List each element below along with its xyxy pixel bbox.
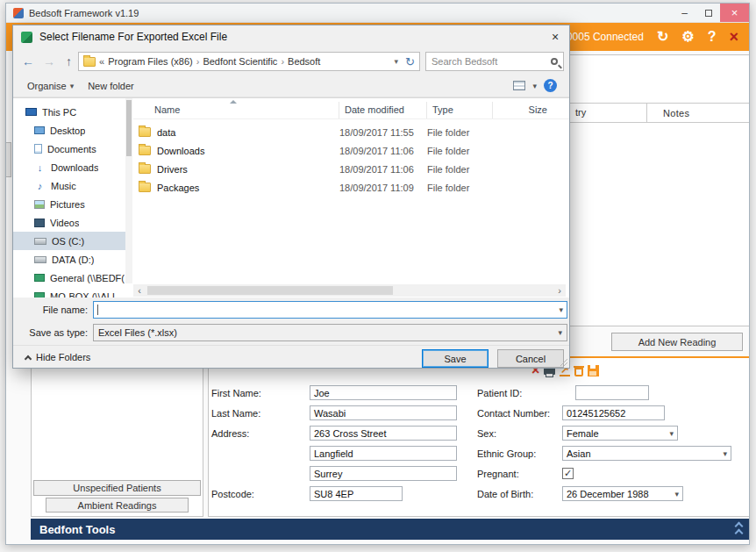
file-row[interactable]: Downloads 18/09/2017 11:06 File folder xyxy=(133,141,569,160)
scrollbar-thumb[interactable] xyxy=(126,100,132,156)
breadcrumb-program-files[interactable]: Program Files (x86) xyxy=(108,56,193,67)
sidebar-item-data-d[interactable]: DATA (D:) xyxy=(13,250,125,269)
search-input[interactable]: Search Bedsoft xyxy=(425,52,564,71)
address-bar[interactable]: « Program Files (x86) › Bedfont Scientif… xyxy=(78,52,420,71)
desktop-icon xyxy=(34,126,45,134)
close-button[interactable]: × xyxy=(720,4,749,22)
chevron-down-icon: ▾ xyxy=(558,328,562,337)
ambient-readings-button[interactable]: Ambient Readings xyxy=(46,498,189,513)
text-caret xyxy=(97,305,98,315)
column-header-date-modified[interactable]: Date modified xyxy=(339,102,427,118)
column-header-size[interactable]: Size xyxy=(493,102,554,118)
sidebar-item-this-pc[interactable]: This PC xyxy=(13,103,125,121)
maximize-button[interactable] xyxy=(696,4,720,22)
unspecified-patients-button[interactable]: Unspecified Patients xyxy=(33,480,201,496)
file-name-label: File name: xyxy=(13,305,93,315)
save-as-type-select[interactable]: Excel Files (*.xlsx) ▾ xyxy=(93,324,567,341)
back-icon[interactable]: ← xyxy=(22,54,34,68)
header-close-icon[interactable]: × xyxy=(729,30,738,44)
view-options-icon[interactable] xyxy=(513,81,525,90)
last-name-field[interactable]: Wasabi xyxy=(310,405,457,420)
sex-select[interactable]: Female▾ xyxy=(562,426,678,441)
maximize-icon xyxy=(705,10,712,17)
sync-icon[interactable]: ↻ xyxy=(657,30,668,44)
address-line1-field[interactable]: 263 Cross Street xyxy=(310,426,457,441)
form-right-column: Patient ID: Contact Number: 01245125652 … xyxy=(477,383,749,504)
sidebar-item-clipped[interactable]: MO-BOX (\\ALL xyxy=(13,287,125,298)
horizontal-scrollbar[interactable]: ‹ › xyxy=(133,284,566,297)
scroll-left-icon[interactable]: ‹ xyxy=(133,284,146,297)
file-name-row: File name: ▾ xyxy=(13,299,569,320)
chevron-down-icon: ▾ xyxy=(70,82,75,90)
dialog-nav-row: ← → ↑ « Program Files (x86) › Bedfont Sc… xyxy=(13,48,569,75)
ethnic-group-label: Ethnic Group: xyxy=(477,448,560,459)
address-line3-field[interactable]: Surrey xyxy=(310,466,457,481)
patient-id-field[interactable] xyxy=(575,385,649,400)
refresh-icon[interactable]: ↻ xyxy=(405,55,415,68)
view-dropdown-icon[interactable]: ▾ xyxy=(532,82,537,90)
sidebar-item-os-c[interactable]: OS (C:) xyxy=(13,232,125,250)
dialog-titlebar: Select Filename For Exported Excel File … xyxy=(13,25,569,48)
folder-icon xyxy=(139,164,151,174)
patient-id-label: Patient ID: xyxy=(477,388,560,398)
help-icon[interactable]: ? xyxy=(708,30,717,44)
file-row[interactable]: Drivers 18/09/2017 11:06 File folder xyxy=(133,160,569,178)
pregnant-checkbox[interactable]: ✓ xyxy=(562,468,574,479)
folder-icon xyxy=(83,57,96,67)
sidebar-item-downloads[interactable]: ↓Downloads xyxy=(13,158,125,176)
contact-number-label: Contact Number: xyxy=(477,408,560,419)
add-new-reading-button[interactable]: Add New Reading xyxy=(611,333,743,351)
sidebar-item-desktop[interactable]: Desktop xyxy=(13,121,125,140)
breadcrumb-overflow-icon[interactable]: « xyxy=(99,56,104,67)
save-record-icon[interactable] xyxy=(588,365,599,376)
ethnic-group-select[interactable]: Asian▾ xyxy=(562,446,731,461)
patient-form-panel: × ↗ First Name: Joe Last Name: Wasabi xyxy=(208,356,749,517)
column-header-type[interactable]: Type xyxy=(427,102,493,118)
dob-label: Date of Birth: xyxy=(477,489,560,499)
forward-icon: → xyxy=(43,54,55,68)
address-line2-field[interactable]: Langfield xyxy=(310,446,457,461)
search-icon[interactable] xyxy=(551,58,558,65)
file-list-header: Name Date modified Type Size xyxy=(133,102,569,119)
file-name-input[interactable]: ▾ xyxy=(93,301,567,319)
sidebar-item-general-share[interactable]: General (\\BEDF( xyxy=(13,269,125,287)
scrollbar-thumb[interactable] xyxy=(147,286,393,295)
new-folder-button[interactable]: New folder xyxy=(88,81,134,91)
documents-icon xyxy=(34,144,42,154)
organise-menu[interactable]: Organise▾ xyxy=(27,81,74,91)
sidebar-scrollbar[interactable] xyxy=(125,98,132,283)
file-row[interactable]: data 18/09/2017 11:55 File folder xyxy=(133,123,569,141)
dialog-help-icon[interactable]: ? xyxy=(544,79,557,92)
cancel-button[interactable]: Cancel xyxy=(497,349,564,368)
up-icon[interactable]: ↑ xyxy=(66,54,72,68)
sidebar-item-videos[interactable]: Videos xyxy=(13,213,125,232)
collapse-chevron-icon[interactable] xyxy=(736,523,742,536)
hide-folders-button[interactable]: Hide Folders xyxy=(25,352,90,362)
collapsed-panel-tab[interactable] xyxy=(6,142,11,177)
main-titlebar: Bedsoft Framework v1.19 – × xyxy=(6,4,749,23)
dob-select[interactable]: 26 December 1988▾ xyxy=(562,486,683,501)
network-drive-icon xyxy=(34,292,45,298)
first-name-field[interactable]: Joe xyxy=(310,385,457,400)
file-row[interactable]: Packages 18/09/2017 11:09 File folder xyxy=(133,178,569,197)
scroll-right-icon[interactable]: › xyxy=(553,284,566,297)
folder-icon xyxy=(139,146,151,155)
minimize-button[interactable]: – xyxy=(673,4,696,22)
breadcrumb-bedfont-scientific[interactable]: Bedfont Scientific xyxy=(203,56,277,67)
sidebar-item-documents[interactable]: Documents xyxy=(13,140,125,158)
save-button[interactable]: Save xyxy=(422,349,489,368)
sidebar-item-pictures[interactable]: Pictures xyxy=(13,195,125,213)
chevron-down-icon[interactable]: ▾ xyxy=(559,305,563,314)
dialog-close-button[interactable]: × xyxy=(541,25,569,48)
sidebar-item-music[interactable]: ♪Music xyxy=(13,176,125,195)
postcode-field[interactable]: SU8 4EP xyxy=(310,486,403,501)
column-header-name[interactable]: Name xyxy=(133,102,339,118)
contact-number-field[interactable]: 01245125652 xyxy=(562,405,665,420)
column-header-notes[interactable]: Notes xyxy=(647,108,749,118)
trash-icon[interactable] xyxy=(574,368,583,376)
save-dialog: Select Filename For Exported Excel File … xyxy=(12,25,570,369)
address-dropdown-icon[interactable]: ▾ xyxy=(395,57,399,66)
print-icon[interactable] xyxy=(544,368,555,375)
settings-gear-icon[interactable]: ⚙ xyxy=(681,30,694,44)
breadcrumb-bedsoft[interactable]: Bedsoft xyxy=(288,56,320,67)
